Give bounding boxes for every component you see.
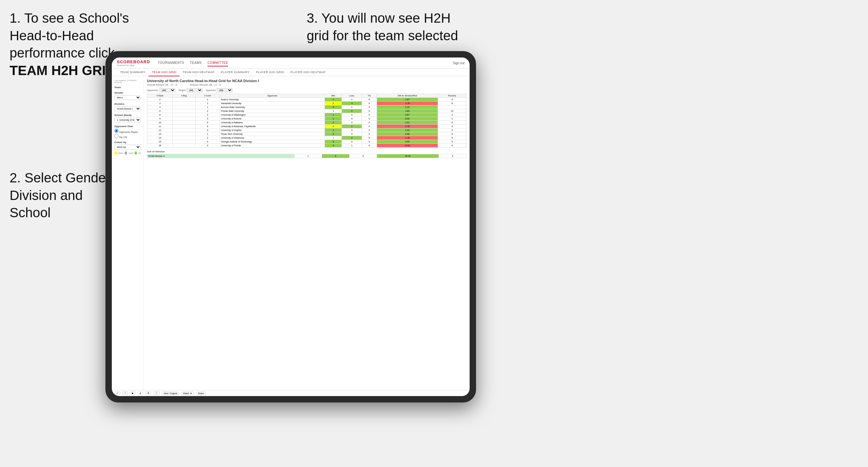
cell-conf: 2 (195, 101, 220, 105)
cell-conf: 2 (195, 136, 220, 140)
cell-tie: 0 (362, 144, 377, 148)
pause-btn[interactable]: ⏸ (138, 392, 143, 395)
out-div-tie: 0 (349, 154, 377, 158)
table-row: 8 2 University of Washington 1 0 0 3.67 … (147, 113, 466, 117)
cell-reg (173, 105, 195, 109)
cell-rounds: 12 (438, 109, 466, 113)
col-tie: Tie (362, 94, 377, 98)
cell-rank: 14 (147, 136, 173, 140)
share-btn[interactable]: Share (196, 392, 206, 395)
watch-label: Watch (183, 392, 189, 395)
cell-rank: 15 (147, 140, 173, 144)
annotation-2-line3: School (9, 205, 51, 220)
cell-tie: 0 (362, 132, 377, 136)
cell-rounds: 3 (438, 125, 466, 128)
cell-opponent: Arizona State University (220, 105, 324, 109)
cell-loss: 0 (342, 121, 362, 125)
cell-tie: 0 (362, 128, 377, 132)
redo-btn[interactable]: ↪ (123, 391, 128, 395)
forward-btn[interactable]: ▶ (130, 391, 135, 395)
cell-conf: 3 (195, 128, 220, 132)
cell-opponent: University of Washington (220, 113, 324, 117)
table-row: 10 5 University of Alabama 3 0 0 2.61 8 (147, 121, 466, 125)
cell-loss: 4 (342, 101, 362, 105)
annotation-3-line2: grid for the team selected (307, 28, 458, 43)
subnav-team-summary[interactable]: TEAM SUMMARY (117, 69, 149, 76)
nav-committee[interactable]: COMMITTEE (207, 60, 228, 66)
table-row: 12 3 University of Virginia 1 0 0 2.33 3 (147, 128, 466, 132)
school-select[interactable]: 1. University of Nort... (114, 118, 141, 122)
sidebar-opponent-view: Opponent View Opponents Played Top 100 (114, 125, 141, 138)
subnav-player-h2h-grid[interactable]: PLAYER H2H GRID (253, 69, 287, 76)
cell-tie: 0 (362, 105, 377, 109)
grid-area: University of North Carolina Head-to-Hea… (144, 76, 470, 390)
logo-sub: Powered by clippi (117, 64, 150, 66)
cell-rank: 6 (147, 109, 173, 113)
cell-conf: 1 (195, 105, 220, 109)
cell-diff: 2.61 (377, 121, 438, 125)
cell-opponent: University of Florida (220, 144, 324, 148)
sidebar-division-section: Division NCAA Division I (114, 102, 141, 111)
sign-out-link[interactable]: Sign out (453, 61, 465, 65)
cell-win: 0 (324, 101, 342, 105)
subnav-team-h2h-grid[interactable]: TEAM H2H GRID (149, 69, 180, 76)
subnav-player-summary[interactable]: PLAYER SUMMARY (218, 69, 253, 76)
sidebar-team-section: Team (114, 86, 141, 89)
out-of-division-table: NCAA Division II 1 0 0 26.00 3 (147, 154, 466, 158)
col-conf: # Conf (195, 94, 220, 98)
undo-btn[interactable]: ↩ (115, 391, 120, 395)
division-select[interactable]: NCAA Division I (114, 106, 141, 111)
cell-diff: 5.56 (377, 132, 438, 136)
share-label: Share (198, 392, 204, 395)
cell-reg (173, 144, 195, 148)
subnav-team-h2h-heatmap[interactable]: TEAM H2H HEATMAP (180, 69, 218, 76)
table-row: 11 6 University of Arkansas, Fayettevill… (147, 125, 466, 128)
region-filter-select[interactable]: (All) (187, 88, 203, 92)
subnav-player-h2h-heatmap[interactable]: PLAYER H2H HEATMAP (287, 69, 329, 76)
cell-conf: 6 (195, 125, 220, 128)
nav-teams[interactable]: TEAMS (190, 60, 202, 66)
table-row: 15 4 Georgia Institute of Technology 5 0… (147, 140, 466, 144)
cell-diff: 1.83 (377, 109, 438, 113)
cell-tie: 0 (362, 117, 377, 121)
tablet-screen: SCOREBOARD Powered by clippi TOURNAMENTS… (112, 58, 470, 396)
cell-rounds: 9 (438, 132, 466, 136)
table-row: 13 1 Texas Tech University 3 0 0 5.56 9 (147, 132, 466, 136)
cell-loss: 0 (342, 113, 362, 117)
cell-tie: 0 (362, 136, 377, 140)
table-row: 4 1 Arizona State University 5 1 0 2.29 (147, 105, 466, 109)
cell-rank: 13 (147, 132, 173, 136)
top100-radio[interactable]: Top 100 (114, 134, 141, 138)
opponents-played-radio[interactable]: Opponents Played (114, 129, 141, 133)
clock-btn[interactable]: 🕐 (153, 391, 159, 395)
settings-btn[interactable]: ⚙ (146, 391, 151, 395)
cell-rounds: 8 (438, 101, 466, 105)
view-btn[interactable]: View: Original (162, 392, 179, 395)
logo-area: SCOREBOARD Powered by clippi (117, 59, 150, 66)
watch-btn[interactable]: Watch ▼ (182, 392, 194, 395)
cell-rank: 10 (147, 121, 173, 125)
cell-reg (173, 125, 195, 128)
cell-conf: 2 (195, 109, 220, 113)
opponent-filter-select[interactable]: (All) (217, 88, 232, 92)
cell-tie: 0 (362, 113, 377, 117)
cell-loss: 2 (342, 136, 362, 140)
cell-conf: 4 (195, 140, 220, 144)
cell-loss: 1 (342, 125, 362, 128)
opponents-filter-select[interactable]: (All) (159, 88, 176, 92)
cell-reg (173, 113, 195, 117)
nav-tournaments[interactable]: TOURNAMENTS (158, 60, 184, 66)
cell-win: 3 (324, 132, 342, 136)
col-reg: # Reg (173, 94, 195, 98)
nav-links: TOURNAMENTS TEAMS COMMITTEE (158, 60, 453, 66)
out-of-division-label: Out of division (147, 150, 466, 153)
cell-tie: 0 (362, 140, 377, 144)
cell-diff: -6.62 (377, 144, 438, 148)
cell-diff: 2.33 (377, 128, 438, 132)
col-rounds: Rounds (438, 94, 466, 98)
sidebar-school-section: School (Rank) 1. University of Nort... (114, 114, 141, 122)
cell-loss: 0 (342, 128, 362, 132)
cell-diff: 3.67 (377, 113, 438, 117)
gender-select[interactable]: Men's (114, 95, 141, 100)
colour-by-select[interactable]: Win/Loss (114, 145, 141, 150)
